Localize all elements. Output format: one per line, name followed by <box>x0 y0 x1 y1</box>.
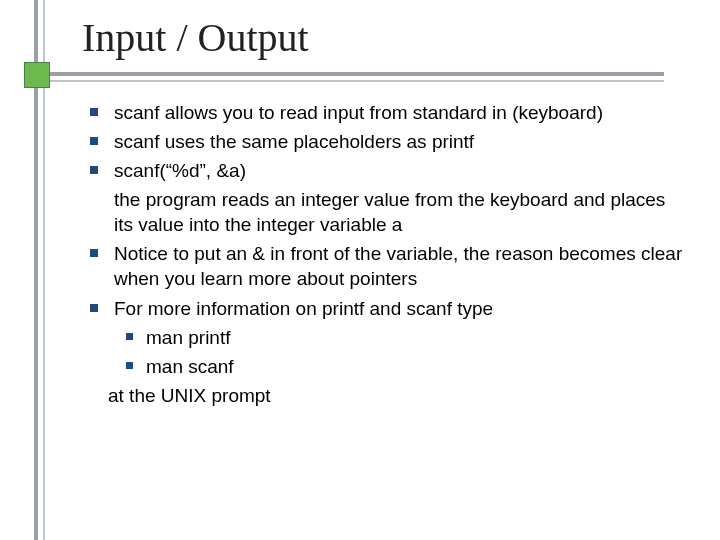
list-item-text: scanf uses the same placeholders as prin… <box>114 131 474 152</box>
list-item: Notice to put an & in front of the varia… <box>86 241 684 291</box>
bullet-icon <box>90 137 98 145</box>
bullet-icon <box>126 362 133 369</box>
list-item-continuation: at the UNIX prompt <box>108 383 684 408</box>
sub-list: man printf man scanf <box>122 325 684 379</box>
list-item-text: Notice to put an & in front of the varia… <box>114 243 682 289</box>
list-item-text: scanf allows you to read input from stan… <box>114 102 603 123</box>
list-item-text: man scanf <box>146 356 234 377</box>
bullet-icon <box>90 166 98 174</box>
decor-hline-thin <box>34 80 664 82</box>
list-item-continuation: the program reads an integer value from … <box>114 187 684 237</box>
list-item: scanf(“%d”, &a) <box>86 158 684 183</box>
list-item: scanf allows you to read input from stan… <box>86 100 684 125</box>
slide-title: Input / Output <box>82 14 309 61</box>
list-item-text: man printf <box>146 327 230 348</box>
list-item: man printf <box>122 325 684 350</box>
slide-body: scanf allows you to read input from stan… <box>86 100 684 412</box>
list-item: scanf uses the same placeholders as prin… <box>86 129 684 154</box>
bullet-icon <box>90 249 98 257</box>
list-item: man scanf <box>122 354 684 379</box>
decor-hline-thick <box>34 72 664 76</box>
decor-corner-square <box>24 62 50 88</box>
bullet-icon <box>90 304 98 312</box>
list-item-text: For more information on printf and scanf… <box>114 298 493 319</box>
list-item-text: scanf(“%d”, &a) <box>114 160 246 181</box>
slide: Input / Output scanf allows you to read … <box>0 0 720 540</box>
bullet-icon <box>126 333 133 340</box>
list-item: For more information on printf and scanf… <box>86 296 684 321</box>
bullet-icon <box>90 108 98 116</box>
